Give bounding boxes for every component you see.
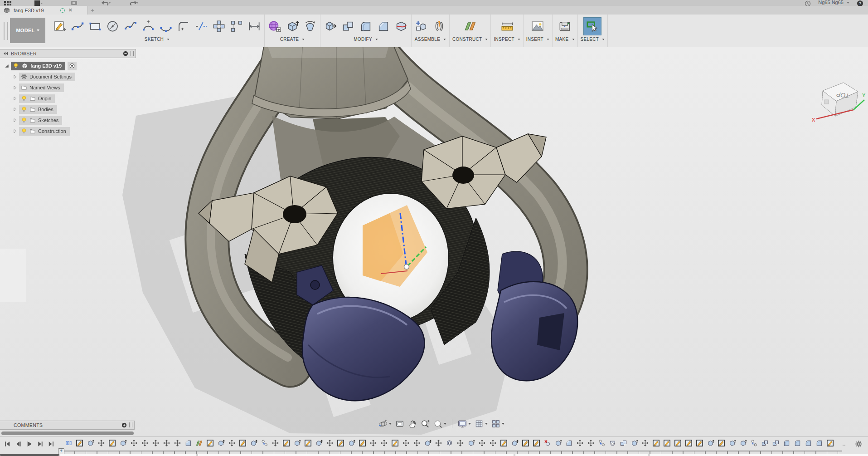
construct-plane-icon[interactable] — [463, 18, 477, 35]
timeline-feature-sketch[interactable] — [499, 439, 508, 447]
timeline-feature-move[interactable] — [380, 439, 388, 447]
timeline-step-back-button[interactable] — [14, 439, 23, 448]
menu-select[interactable]: SELECT — [581, 37, 605, 42]
timeline-feature-sketch[interactable] — [652, 439, 660, 447]
timeline-feature-extrude[interactable] — [510, 439, 519, 447]
timeline-feature-delete[interactable] — [543, 439, 551, 447]
timeline-feature-sketch[interactable] — [663, 439, 671, 447]
timeline-feature-combine[interactable] — [619, 439, 627, 447]
timeline-feature-sketch[interactable] — [521, 439, 529, 447]
expand-triangle-icon[interactable] — [3, 63, 11, 69]
form-icon[interactable] — [267, 18, 282, 35]
expand-triangle-icon[interactable] — [11, 96, 19, 102]
menu-modify[interactable]: MODIFY — [354, 37, 378, 42]
timeline-feature-sketch[interactable] — [532, 439, 540, 447]
display-settings-tool-button[interactable] — [456, 418, 472, 429]
chamfer-icon[interactable] — [376, 18, 391, 35]
zoom-tool-button[interactable] — [419, 418, 431, 429]
circle-icon[interactable] — [106, 18, 120, 35]
chevron-down-icon[interactable] — [444, 423, 446, 425]
browser-item-construction[interactable]: Construction — [0, 127, 136, 135]
spline-icon[interactable] — [70, 18, 85, 35]
timeline-feature-fillet[interactable] — [815, 439, 823, 447]
timeline-feature-move[interactable] — [402, 439, 410, 447]
collapse-panel-icon[interactable] — [2, 51, 9, 56]
comments-panel-header[interactable]: COMMENTS — [0, 421, 135, 430]
app-launcher-icon[interactable] — [4, 0, 12, 6]
new-component-icon[interactable] — [414, 18, 429, 35]
timeline-feature-move[interactable] — [434, 439, 442, 447]
timeline-feature-move[interactable] — [641, 439, 649, 447]
timeline-feature-sketch[interactable] — [282, 439, 290, 447]
help-menu[interactable]: ? — [857, 0, 863, 6]
timeline-go-to-start-button[interactable] — [3, 439, 12, 448]
timeline-feature-sketch[interactable] — [358, 439, 366, 447]
chevron-down-icon[interactable] — [485, 423, 488, 425]
timeline-feature-move[interactable] — [228, 439, 236, 447]
timeline-feature-move[interactable] — [141, 439, 149, 447]
timeline-feature-sketch[interactable] — [206, 439, 214, 447]
expand-triangle-icon[interactable] — [11, 128, 19, 134]
activate-component-radio[interactable] — [68, 62, 77, 70]
timeline-feature-extrude[interactable] — [554, 439, 562, 447]
timeline-go-to-end-button[interactable] — [46, 439, 55, 448]
timeline-feature-move[interactable] — [151, 439, 160, 447]
timeline-feature-extrude[interactable] — [119, 439, 127, 447]
scroll-handle[interactable] — [0, 454, 59, 456]
timeline-feature-chamfer[interactable] — [184, 439, 192, 447]
timeline-feature-plane[interactable] — [195, 439, 203, 447]
rectangle-icon[interactable] — [88, 18, 102, 35]
timeline-feature-revolve[interactable] — [445, 439, 453, 447]
tab-close-icon[interactable]: ✕ — [68, 7, 73, 13]
timeline-feature-fillet[interactable] — [793, 439, 801, 447]
document-tab[interactable]: fang E3D v19 ✕ — [0, 6, 88, 15]
browser-item-bodies[interactable]: Bodies — [0, 105, 136, 113]
timeline-feature-joint[interactable] — [750, 439, 758, 447]
timeline-feature-extrude[interactable] — [315, 439, 323, 447]
timeline-settings-gear-icon[interactable] — [855, 440, 863, 448]
fillet-icon[interactable] — [359, 18, 373, 35]
timeline-feature-combine[interactable] — [771, 439, 780, 447]
bottom-scroll-strip[interactable] — [0, 454, 868, 456]
timeline-feature-move[interactable] — [173, 439, 181, 447]
bulb-visibility-icon[interactable] — [13, 63, 19, 69]
grid-layout-tool-button[interactable] — [473, 418, 489, 429]
timeline-feature-sketch[interactable] — [75, 439, 83, 447]
create-sketch-icon[interactable] — [53, 18, 67, 35]
measure-icon[interactable] — [500, 18, 514, 35]
timeline-feature-extrude[interactable] — [706, 439, 714, 447]
timeline-feature-move[interactable] — [587, 439, 595, 447]
select-icon[interactable] — [583, 17, 601, 35]
revolve-icon[interactable] — [303, 18, 317, 35]
timeline-feature-sketch[interactable] — [826, 439, 834, 447]
timeline-feature-group[interactable] — [64, 439, 73, 447]
timeline-feature-extrude[interactable] — [293, 439, 301, 447]
timeline-feature-sketch[interactable] — [304, 439, 312, 447]
menu-make[interactable]: MAKE — [555, 37, 575, 42]
rectangular-pattern-icon[interactable] — [229, 18, 244, 35]
add-comment-icon[interactable] — [121, 422, 127, 428]
press-pull-icon[interactable] — [323, 18, 338, 35]
menu-construct[interactable]: CONSTRUCT — [452, 37, 488, 42]
timeline-overflow[interactable]: ‥ — [842, 441, 846, 447]
user-account-menu[interactable]: Ng65 Ng65 — [818, 0, 849, 5]
look-at-tool-button[interactable] — [394, 418, 406, 429]
timeline-feature-joint[interactable] — [260, 439, 268, 447]
browser-root-row[interactable]: fang E3D v19 — [0, 62, 136, 70]
browser-panel-header[interactable]: BROWSER — [0, 49, 136, 58]
menu-create[interactable]: CREATE — [280, 37, 305, 42]
redo-icon[interactable] — [128, 0, 139, 6]
timeline-feature-fillet[interactable] — [804, 439, 812, 447]
timeline-feature-shell[interactable] — [608, 439, 616, 447]
joint-icon[interactable] — [432, 18, 446, 35]
timeline-feature-fillet[interactable] — [782, 439, 790, 447]
browser-item-named-views[interactable]: Named Views — [0, 83, 136, 92]
timeline-feature-extrude[interactable] — [86, 439, 94, 447]
bulb-visibility-icon[interactable] — [21, 128, 27, 134]
sketch-dimension-icon[interactable] — [247, 18, 262, 35]
timeline-feature-combine[interactable] — [761, 439, 769, 447]
window-zoom-tool-button[interactable] — [432, 418, 448, 429]
chevron-down-icon[interactable] — [468, 423, 471, 425]
timeline-feature-extrude[interactable] — [728, 439, 736, 447]
timeline-feature-extrude[interactable] — [423, 439, 432, 447]
